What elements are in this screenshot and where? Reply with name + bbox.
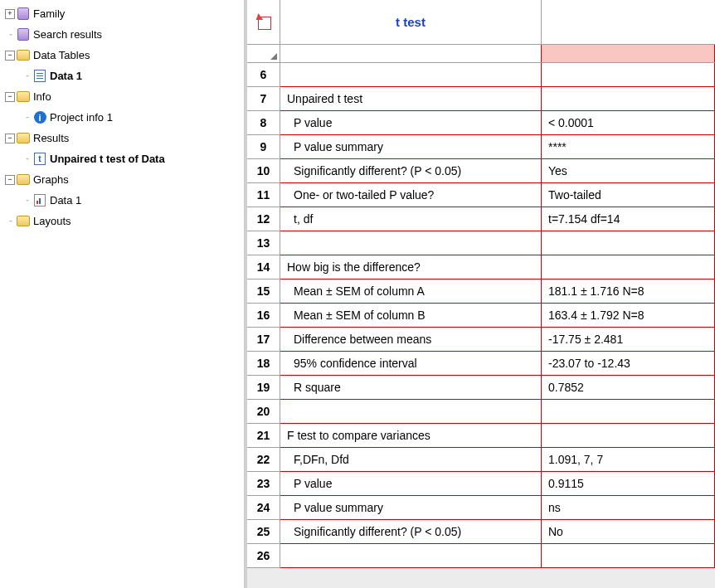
column-b-subheader-selected[interactable] [542, 45, 715, 62]
tree-item-layouts[interactable]: ··· Layouts [3, 211, 244, 231]
tree-item-project-info[interactable]: ··· i Project info 1 [3, 107, 244, 128]
cell-description[interactable] [280, 63, 542, 87]
cell-value[interactable]: 0.9115 [542, 472, 715, 496]
collapse-toggle[interactable]: − [3, 91, 17, 102]
row-number[interactable]: 20 [247, 400, 280, 424]
row-number[interactable]: 17 [247, 328, 280, 352]
tree-item-search-results[interactable]: ··· Search results [3, 24, 244, 45]
cell-value[interactable]: **** [542, 135, 715, 159]
row-number[interactable]: 18 [247, 352, 280, 376]
cell-description[interactable]: F test to compare variances [280, 424, 542, 448]
collapse-toggle[interactable]: − [3, 50, 17, 61]
cell-value[interactable] [542, 87, 715, 111]
cell-description[interactable] [280, 231, 542, 255]
cell-value[interactable]: 1.091, 7, 7 [542, 448, 715, 472]
row-number[interactable]: 21 [247, 424, 280, 448]
tree-label: Unpaired t test of Data [50, 153, 165, 165]
datasheet-icon [33, 70, 46, 83]
cell-description[interactable]: 95% confidence interval [280, 352, 542, 376]
cell-description[interactable]: P value [280, 472, 542, 496]
cell-value[interactable]: 181.1 ± 1.716 N=8 [542, 279, 715, 304]
row-number[interactable]: 24 [247, 496, 280, 520]
row-number[interactable]: 19 [247, 376, 280, 400]
tree-item-data-tables[interactable]: − Data Tables [3, 45, 244, 66]
cell-description[interactable]: How big is the difference? [280, 255, 542, 279]
cell-description[interactable]: R square [280, 376, 542, 400]
tree-item-info[interactable]: − Info [3, 86, 244, 107]
row-number[interactable]: 23 [247, 472, 280, 496]
row-number[interactable]: 22 [247, 448, 280, 472]
cell-description[interactable]: One- or two-tailed P value? [280, 183, 542, 207]
row-number[interactable]: 14 [247, 255, 280, 279]
row-number[interactable]: 11 [247, 183, 280, 207]
cell-value[interactable]: Two-tailed [542, 183, 715, 207]
tree-item-family[interactable]: + Family [3, 3, 244, 24]
tree-item-results[interactable]: − Results [3, 128, 244, 148]
cell-description[interactable]: Difference between means [280, 328, 542, 352]
row-number[interactable]: 8 [247, 111, 280, 135]
tree-item-data1-table[interactable]: ··· Data 1 [3, 66, 244, 86]
row-number[interactable]: 15 [247, 279, 280, 304]
sheet-menu-button[interactable] [247, 0, 280, 45]
cell-value[interactable]: 163.4 ± 1.792 N=8 [542, 304, 715, 328]
row-number[interactable]: 26 [247, 544, 280, 568]
cell-description[interactable]: P value [280, 111, 542, 135]
cell-description[interactable]: Significantly different? (P < 0.05) [280, 520, 542, 544]
column-b-header[interactable] [542, 0, 715, 45]
table-row: 13 [247, 231, 715, 255]
collapse-toggle[interactable]: − [3, 133, 17, 143]
cell-value[interactable]: -23.07 to -12.43 [542, 352, 715, 376]
cell-value[interactable] [542, 424, 715, 448]
cell-value[interactable]: 0.7852 [542, 376, 715, 400]
cell-value[interactable] [542, 255, 715, 279]
info-icon: i [33, 111, 46, 124]
cell-value[interactable] [542, 544, 715, 568]
table-row: 15Mean ± SEM of column A181.1 ± 1.716 N=… [247, 279, 715, 304]
tree-label: Project info 1 [50, 111, 113, 124]
expand-toggle[interactable]: + [3, 8, 17, 19]
cell-value[interactable]: -17.75 ± 2.481 [542, 328, 715, 352]
cell-description[interactable]: P value summary [280, 135, 542, 159]
cell-value[interactable] [542, 63, 715, 87]
cell-description[interactable]: Unpaired t test [280, 87, 542, 111]
row-number[interactable]: 6 [247, 63, 280, 87]
cell-description[interactable]: t, df [280, 207, 542, 231]
cell-value[interactable]: t=7.154 df=14 [542, 207, 715, 231]
cell-description[interactable]: Mean ± SEM of column B [280, 304, 542, 328]
cell-value[interactable]: ns [542, 496, 715, 520]
row-number[interactable]: 13 [247, 231, 280, 255]
row-number[interactable]: 12 [247, 207, 280, 231]
tree-item-graph-data1[interactable]: ··· Data 1 [3, 190, 244, 211]
cell-description[interactable]: Mean ± SEM of column A [280, 279, 542, 304]
table-row: 9P value summary**** [247, 135, 715, 159]
project-tree: + Family ··· Search results − Data Table… [3, 3, 244, 231]
row-number[interactable]: 10 [247, 159, 280, 183]
cell-value[interactable]: < 0.0001 [542, 111, 715, 135]
select-all-corner[interactable] [247, 45, 280, 62]
table-row: 21F test to compare variances [247, 424, 715, 448]
cell-description[interactable] [280, 544, 542, 568]
row-number[interactable]: 16 [247, 304, 280, 328]
collapse-toggle[interactable]: − [3, 174, 17, 185]
table-row: 24P value summaryns [247, 496, 715, 520]
cell-description[interactable] [280, 400, 542, 424]
row-number[interactable]: 7 [247, 87, 280, 111]
table-title[interactable]: t test [280, 0, 542, 45]
cell-value[interactable] [542, 400, 715, 424]
table-row: 16Mean ± SEM of column B163.4 ± 1.792 N=… [247, 304, 715, 328]
cell-value[interactable] [542, 231, 715, 255]
cell-description[interactable]: Significantly different? (P < 0.05) [280, 159, 542, 183]
cell-description[interactable]: P value summary [280, 496, 542, 520]
folder-icon [17, 90, 30, 104]
cell-description[interactable]: F,DFn, Dfd [280, 448, 542, 472]
cell-value[interactable]: No [542, 520, 715, 544]
table-row: 1895% confidence interval-23.07 to -12.4… [247, 352, 715, 376]
cell-value[interactable]: Yes [542, 159, 715, 183]
table-row: 25Significantly different? (P < 0.05)No [247, 520, 715, 544]
row-number[interactable]: 25 [247, 520, 280, 544]
column-a-subheader[interactable] [280, 45, 542, 62]
tree-item-unpaired-ttest[interactable]: ··· t Unpaired t test of Data [3, 148, 244, 169]
tree-label: Graphs [33, 173, 69, 186]
row-number[interactable]: 9 [247, 135, 280, 159]
tree-item-graphs[interactable]: − Graphs [3, 169, 244, 190]
